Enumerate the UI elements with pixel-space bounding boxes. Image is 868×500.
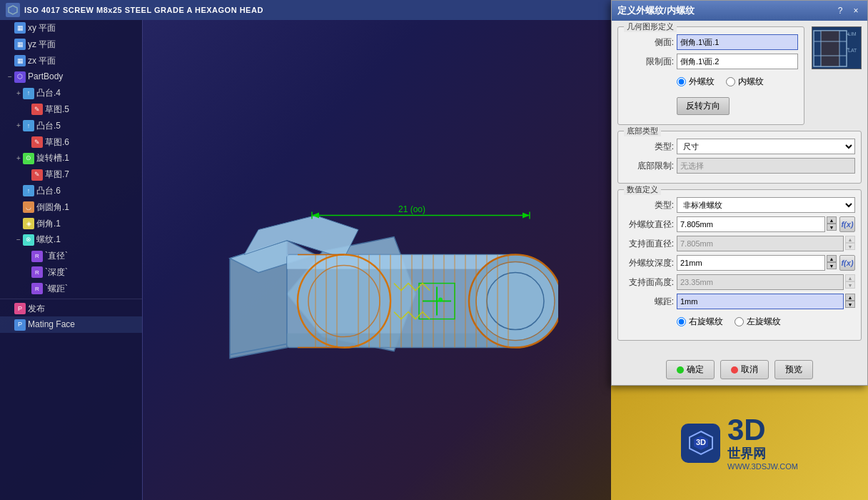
external-thread-radio[interactable]: 外螺纹	[677, 76, 715, 88]
left-hand-label: 左旋螺纹	[747, 316, 781, 328]
icon-fillet1: ◡	[23, 201, 34, 213]
app-icon	[6, 3, 20, 17]
internal-thread-label: 内螺纹	[738, 76, 764, 88]
limit-row: 限制面:	[624, 54, 798, 69]
pitch-input[interactable]	[677, 294, 844, 309]
dialog-title-bar: 定义外螺纹/内螺纹 ? ×	[612, 1, 867, 21]
limit-input[interactable]	[677, 54, 798, 69]
tree-item-pitch-param[interactable]: R `螺距`	[0, 281, 142, 297]
support-diam-label: 支持面直径:	[624, 238, 674, 250]
sidebar-tree: ▦ xy 平面 ▦ yz 平面 ▦ zx 平面 − ⬡ PartBody + ↑…	[0, 20, 143, 500]
outer-diam-input-group: ▲ ▼	[677, 216, 837, 232]
pitch-spinner: ▲ ▼	[845, 294, 855, 309]
icon-matingface: P	[14, 319, 26, 331]
tree-item-zx[interactable]: ▦ zx 平面	[0, 53, 142, 69]
tree-item-matingface[interactable]: P Mating Face	[0, 316, 142, 333]
pitch-up[interactable]: ▲	[845, 294, 855, 301]
expand-partbody[interactable]: −	[6, 73, 14, 81]
expand-boss4[interactable]: +	[14, 89, 23, 98]
dialog-help-button[interactable]: ?	[834, 5, 846, 16]
tree-item-chamfer1[interactable]: ◈ 倒角.1	[0, 216, 142, 232]
expand-chamfer1	[14, 219, 23, 228]
preview-button[interactable]: 预览	[774, 360, 813, 379]
geometry-group-label: 几何图形定义	[624, 21, 677, 32]
icon-boss6: ↑	[23, 185, 34, 196]
expand-boss5[interactable]: +	[14, 121, 23, 130]
external-thread-label: 外螺纹	[689, 76, 715, 88]
expand-depth	[23, 268, 31, 276]
outer-diam-down[interactable]: ▼	[827, 224, 837, 231]
ok-button[interactable]: 确定	[666, 360, 715, 379]
tree-item-xy[interactable]: ▦ xy 平面	[0, 20, 142, 36]
cancel-button[interactable]: 取消	[720, 360, 769, 379]
outer-diam-fx-button[interactable]: f(x)	[839, 216, 855, 232]
tree-item-sketch6[interactable]: ✎ 草图.6	[0, 134, 142, 151]
tree-item-publish[interactable]: P 发布	[0, 301, 142, 317]
bottom-type-select[interactable]: 尺寸	[677, 139, 855, 154]
geometry-group: 几何图形定义 侧面: 限制面: 外螺纹 内螺纹	[617, 26, 804, 125]
bolt-model: 21 (oo) 8 (oo)	[158, 130, 558, 401]
support-height-input-group: ▲ ▼	[677, 274, 855, 290]
expand-groove1[interactable]: +	[14, 154, 23, 163]
dialog-close-button[interactable]: ×	[850, 5, 862, 16]
tree-item-boss5[interactable]: + ↑ 凸台.5	[0, 118, 142, 134]
support-diam-up: ▲	[845, 236, 855, 243]
outer-depth-up[interactable]: ▲	[827, 255, 837, 262]
tree-item-sketch7[interactable]: ✎ 草图.7	[0, 166, 142, 183]
tree-item-fillet1[interactable]: ◡ 倒圆角.1	[0, 199, 142, 216]
left-hand-radio[interactable]: 左旋螺纹	[735, 316, 781, 328]
internal-thread-radio[interactable]: 内螺纹	[726, 76, 764, 88]
dialog-footer: 确定 取消 预览	[612, 360, 867, 379]
schema-thumbnail: LIM LAT	[812, 26, 862, 69]
tree-item-boss4[interactable]: + ↑ 凸台.4	[0, 85, 142, 101]
support-height-spinner: ▲ ▼	[845, 274, 855, 290]
tree-item-yz[interactable]: ▦ yz 平面	[0, 36, 142, 53]
tree-item-diam[interactable]: R `直径`	[0, 248, 142, 264]
tree-item-depth[interactable]: R `深度`	[0, 264, 142, 281]
thread-type-row: 外螺纹 内螺纹	[624, 73, 798, 91]
icon-sketch5: ✎	[31, 104, 43, 115]
right-hand-label: 右旋螺纹	[689, 316, 723, 328]
thread-definition-dialog: 定义外螺纹/内螺纹 ? × LIM LAT 几何图形定义 侧面:	[611, 0, 868, 386]
lateral-input[interactable]	[677, 34, 798, 50]
numeric-group-label: 数值定义	[624, 184, 661, 195]
logo-icon-svg: 3D	[687, 429, 715, 457]
expand-zx	[6, 56, 14, 65]
expand-boss6	[14, 186, 23, 195]
outer-depth-input[interactable]	[677, 255, 825, 271]
support-diam-input	[677, 236, 844, 251]
bottom-limit-input	[677, 158, 855, 174]
icon-chamfer1: ◈	[23, 218, 34, 229]
expand-matingface	[6, 321, 14, 329]
reverse-button[interactable]: 反转方向	[677, 97, 730, 115]
expand-thread1[interactable]: −	[14, 236, 23, 244]
tree-item-groove1[interactable]: + ⊙ 旋转槽.1	[0, 150, 142, 166]
right-hand-radio[interactable]: 右旋螺纹	[677, 316, 723, 328]
tree-item-thread1[interactable]: − ⊗ 螺纹.1	[0, 231, 142, 248]
support-height-label: 支持面高度:	[624, 276, 674, 289]
numeric-type-select[interactable]: 非标准螺纹	[677, 197, 855, 213]
dialog-title-buttons: ? ×	[834, 5, 862, 16]
support-diam-row: 支持面直径: ▲ ▼	[624, 236, 855, 251]
pitch-down[interactable]: ▼	[845, 301, 855, 308]
svg-point-41	[438, 298, 443, 302]
outer-depth-down[interactable]: ▼	[827, 262, 837, 269]
svg-marker-1	[10, 7, 16, 13]
reverse-row: 反转方向	[624, 94, 798, 115]
outer-diam-input[interactable]	[677, 216, 825, 232]
numeric-type-row: 类型: 非标准螺纹	[624, 197, 855, 213]
outer-depth-fx-button[interactable]: f(x)	[839, 255, 855, 271]
lateral-row: 侧面:	[624, 34, 798, 50]
handedness-row: 右旋螺纹 左旋螺纹	[624, 313, 855, 331]
tree-item-sketch5[interactable]: ✎ 草图.5	[0, 101, 142, 118]
logo-area: 3D 3D 世界网 WWW.3DSJW.COM	[611, 386, 868, 500]
bottom-limit-row: 底部限制:	[624, 158, 855, 174]
icon-pitch-param: R	[31, 283, 43, 294]
icon-depth: R	[31, 266, 43, 278]
title-bar: ISO 4017 SCREW M8x25 STEEL GRADE A HEXAG…	[0, 0, 614, 20]
dialog-body: LIM LAT 几何图形定义 侧面: 限制面:	[612, 21, 867, 352]
tree-item-partbody[interactable]: − ⬡ PartBody	[0, 69, 142, 85]
expand-xy	[6, 24, 14, 32]
outer-diam-up[interactable]: ▲	[827, 216, 837, 224]
tree-item-boss6[interactable]: ↑ 凸台.6	[0, 183, 142, 199]
